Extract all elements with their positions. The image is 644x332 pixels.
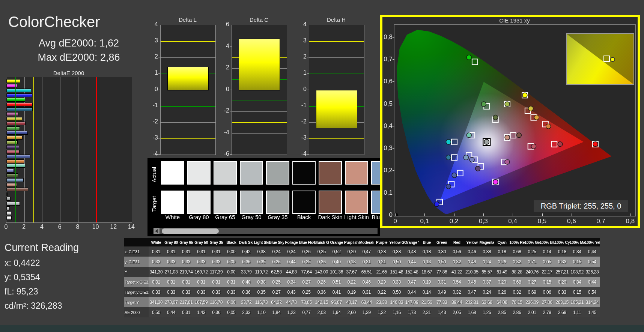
cie-measured-point (469, 157, 474, 162)
table-row-label: y: CIE31 (124, 257, 149, 267)
table-cell: 1,26 (479, 307, 494, 317)
table-cell: 0,27 (299, 277, 314, 287)
table-cell: 0,33 (179, 257, 194, 267)
swatch-actual (240, 161, 263, 185)
table-header-cell: 100% Green (525, 238, 540, 246)
table-header-cell: Red (449, 238, 464, 246)
table-cell: 44,88 (284, 267, 299, 277)
table-cell: 0,77 (299, 307, 314, 317)
table-cell: 1,45 (585, 307, 600, 317)
delta-y-tick-label: 1 (293, 69, 307, 76)
table-cell: 0,36 (209, 307, 224, 317)
delta-tick-mark (307, 138, 309, 138)
delta-bar (239, 39, 280, 91)
table-header-cell: Purple (374, 238, 389, 246)
table-cell: 0,43 (284, 287, 299, 297)
table-body: x: CIE310,310,310,310,310,310,000,420,38… (124, 246, 600, 317)
table-cell: 0,48 (404, 246, 419, 257)
table-cell: 0,19 (344, 287, 359, 297)
deltae-bar (6, 103, 33, 107)
table-cell: 77,86 (434, 267, 449, 277)
swatch-actual (214, 161, 237, 185)
deltae-x-tick-label: 12 (109, 224, 118, 230)
table-cell: 64,08 (494, 297, 509, 307)
table-cell: 0,27 (525, 277, 540, 287)
cie-y-tick-label: 0,1 (381, 189, 393, 197)
deltae-x-tick-label: 4 (37, 224, 46, 230)
table-cell: 65,51 (359, 267, 374, 277)
table-cell: 0,33 (194, 287, 209, 297)
table-cell: 0,31 (359, 257, 374, 267)
table-cell: 0,31 (209, 246, 224, 257)
swatch-label: Gray 80 (186, 214, 212, 220)
deltae-bar (6, 169, 14, 173)
delta-gridline (161, 57, 215, 58)
table-header-cell: Gray 65 (179, 238, 194, 246)
table-cell: 77,33 (434, 297, 449, 307)
swatch-label: Dark Skin (317, 214, 343, 220)
table-cell: 44,78 (284, 297, 299, 307)
cie-measured-point (446, 155, 451, 160)
cie-chart-title: CIE 1931 xy (394, 17, 635, 24)
table-cell: 0,48 (464, 257, 479, 267)
rgb-triplet-readout: RGB Triplet: 255, 255, 0 (534, 200, 628, 212)
table-cell: 0,44 (585, 246, 600, 257)
table-cell: 0,22 (344, 277, 359, 287)
table-cell: 0,32 (510, 287, 525, 297)
table-cell: 0,05 (224, 307, 239, 317)
table-cell: 151,48 (389, 267, 404, 277)
table-cell: 23,38 (374, 297, 389, 307)
deltae-bar (6, 197, 11, 201)
table-cell: 169,72 (194, 267, 209, 277)
table-cell: 0,47 (404, 277, 419, 287)
deltae-limit-line (15, 77, 16, 222)
table-cell: 0,18 (419, 246, 434, 257)
deltae-bar (6, 202, 20, 206)
deltae-bar (6, 145, 19, 149)
table-cell: 0,49 (434, 287, 449, 297)
table-cell: 0,47 (359, 246, 374, 257)
delta-tick-mark (158, 154, 160, 155)
delta-chart-plot (160, 25, 216, 155)
table-row-label: Y (124, 267, 149, 277)
swatch-target (161, 191, 184, 214)
table-cell: 0,33 (179, 287, 194, 297)
table-cell: 0,68 (510, 246, 525, 257)
cie-y-tick-mark (393, 148, 394, 149)
cie-measured-point (534, 115, 539, 120)
delta-y-tick-label: -2 (216, 107, 229, 114)
table-cell: 2,01 (525, 307, 540, 317)
table-cell: 0,35 (254, 287, 269, 297)
scroll-left-button[interactable] (153, 228, 159, 234)
table-cell: 1,39 (359, 307, 374, 317)
cie-y-tick-label: 0,3 (381, 144, 393, 152)
table-cell: 0,33 (194, 257, 209, 267)
table-cell: 0,34 (570, 277, 585, 287)
swatch-target (371, 191, 380, 214)
table-header-cell: Orange Yellow (404, 238, 419, 246)
table-cell: 0,15 (540, 277, 555, 287)
swatch-scrollbar-thumb[interactable] (162, 228, 219, 234)
reading-fl: fL: 95,23 (5, 287, 38, 297)
table-cell: 257,21 (555, 267, 570, 277)
table-cell: 0,54 (585, 257, 600, 267)
cie-x-tick-mark (395, 213, 396, 216)
delta-tick-mark (307, 90, 309, 90)
table-cell: 0,20 (344, 246, 359, 257)
delta-tick-mark (307, 122, 309, 122)
table-cell: 1,16 (389, 307, 404, 317)
table-cell: 0,05 (540, 257, 555, 267)
table-cell: 0,18 (344, 257, 359, 267)
inset-target-square (603, 56, 610, 62)
swatch-actual (187, 161, 211, 185)
actual-row-label: Actual (151, 163, 157, 186)
table-cell: 62,58 (269, 267, 284, 277)
deltae-x-tick-label: 10 (91, 224, 100, 230)
table-header-cell: 100% Yellow (585, 238, 600, 246)
delta-tick-mark (158, 90, 160, 90)
table-cell: 314,24 (585, 297, 600, 307)
delta-y-tick-label: -6 (216, 150, 229, 157)
delta-limit-line (309, 74, 364, 74)
table-cell: 0,22 (374, 287, 389, 297)
table-cell: 2,85 (494, 307, 509, 317)
